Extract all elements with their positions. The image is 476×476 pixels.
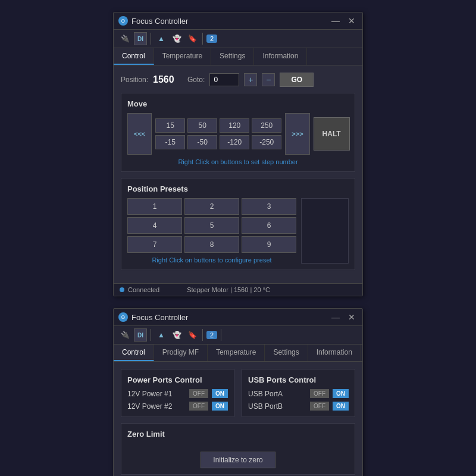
step-neg50[interactable]: -50 <box>187 135 217 149</box>
title-bar-left: ⊙ Focus Controller <box>118 16 188 26</box>
tab-prodigy-mf[interactable]: Prodigy MF <box>154 345 208 361</box>
zero-section: Zero Limit Initialize to zero <box>121 423 355 475</box>
tab-control-1[interactable]: Control <box>114 48 154 65</box>
move-grid: 15 50 120 250 -15 -50 -120 -250 <box>155 118 281 149</box>
presets-hint: Right Click on buttons to configure pres… <box>127 256 296 264</box>
ghost-icon[interactable]: 👻 <box>170 32 183 45</box>
status-info: Stepper Motor | 1560 | 20 °C <box>187 286 270 293</box>
tab-settings-2[interactable]: Settings <box>265 345 308 361</box>
power-2-off-toggle[interactable]: OFF <box>189 402 208 411</box>
usb-b-on-toggle[interactable]: ON <box>333 402 349 411</box>
plug-icon[interactable]: 🔌 <box>118 32 131 45</box>
presets-area: Position Presets 1 2 3 4 5 6 7 8 <box>121 178 355 270</box>
power-1-off-toggle[interactable]: OFF <box>189 389 208 398</box>
power-1-label: 12V Power #1 <box>127 390 186 398</box>
usb-section-title: USB Ports Control <box>248 375 349 384</box>
minus-button[interactable]: − <box>262 73 275 86</box>
step-15[interactable]: 15 <box>155 118 185 133</box>
preset-4[interactable]: 4 <box>127 217 182 234</box>
app-icon-2: ⊙ <box>118 312 128 322</box>
step-neg250[interactable]: -250 <box>252 135 281 149</box>
preset-side-panel <box>301 198 349 264</box>
grid-icon[interactable]: DI <box>134 32 147 45</box>
window-title-1: Focus Controller <box>131 17 188 26</box>
init-zero-button[interactable]: Initialize to zero <box>201 452 275 468</box>
preset-8[interactable]: 8 <box>184 236 239 253</box>
separator-5 <box>221 329 221 341</box>
close-button-1[interactable]: ✕ <box>346 17 358 25</box>
preset-row-2: 4 5 6 <box>127 217 296 234</box>
tag-icon-2[interactable]: 🔖 <box>186 328 199 342</box>
toolbar-2: 🔌 DI ▲ 👻 🔖 2 <box>114 326 362 345</box>
minimize-button-2[interactable]: — <box>329 313 342 321</box>
preset-6[interactable]: 6 <box>242 217 296 234</box>
grid-icon-2[interactable]: DI <box>134 328 147 342</box>
content-1: Position: 1560 Goto: + − GO Move <<< 15 … <box>114 65 362 283</box>
minimize-button-1[interactable]: — <box>329 17 342 25</box>
window-title-2: Focus Controller <box>131 313 188 322</box>
preset-7[interactable]: 7 <box>127 236 182 253</box>
usb-b-off-toggle[interactable]: OFF <box>310 402 329 411</box>
go-button[interactable]: GO <box>280 73 314 87</box>
usb-row-a: USB PortA OFF ON <box>248 389 349 398</box>
move-row-pos: 15 50 120 250 <box>155 118 281 133</box>
power-section-title: Power Ports Control <box>127 375 228 384</box>
left-nav-button[interactable]: <<< <box>127 113 152 155</box>
app-icon: ⊙ <box>118 16 128 26</box>
presets-section-label: Position Presets <box>127 184 349 193</box>
toolbar-badge-1: 2 <box>206 35 217 43</box>
power-section: Power Ports Control 12V Power #1 OFF ON … <box>121 369 234 417</box>
preset-5[interactable]: 5 <box>184 217 239 234</box>
status-connected: Connected <box>128 286 159 293</box>
step-neg120[interactable]: -120 <box>220 135 249 149</box>
title-controls-2: — ✕ <box>329 313 358 321</box>
focus-controller-window-2: ⊙ Focus Controller — ✕ 🔌 DI ▲ 👻 🔖 2 Cont… <box>113 308 363 476</box>
tab-temperature-2[interactable]: Temperature <box>208 345 265 361</box>
preset-2[interactable]: 2 <box>184 198 239 215</box>
ghost-icon-2[interactable]: 👻 <box>170 328 183 342</box>
status-bar-1: Connected Stepper Motor | 1560 | 20 °C <box>114 283 362 296</box>
preset-9[interactable]: 9 <box>242 236 296 253</box>
tabs-1: Control Temperature Settings Information <box>114 48 362 65</box>
power-row-1: 12V Power #1 OFF ON <box>127 389 228 398</box>
preset-1[interactable]: 1 <box>127 198 182 215</box>
tab-temperature-1[interactable]: Temperature <box>154 48 211 65</box>
toolbar-badge-2: 2 <box>206 331 217 339</box>
preset-3[interactable]: 3 <box>242 198 296 215</box>
content-2: Power Ports Control 12V Power #1 OFF ON … <box>114 362 362 476</box>
plug-icon-2[interactable]: 🔌 <box>118 328 131 342</box>
separator-2 <box>202 33 203 45</box>
right-nav-button[interactable]: >>> <box>285 113 309 155</box>
up-icon-2[interactable]: ▲ <box>155 328 168 342</box>
up-icon[interactable]: ▲ <box>155 32 168 45</box>
plus-button[interactable]: + <box>244 73 257 86</box>
tab-settings-1[interactable]: Settings <box>211 48 254 65</box>
goto-input[interactable] <box>209 73 239 86</box>
power-2-on-toggle[interactable]: ON <box>212 402 228 411</box>
step-250[interactable]: 250 <box>252 118 281 133</box>
zero-section-title: Zero Limit <box>127 430 349 439</box>
usb-a-on-toggle[interactable]: ON <box>333 389 349 398</box>
position-value: 1560 <box>153 74 183 85</box>
position-label: Position: <box>121 76 148 84</box>
tab-control-2[interactable]: Control <box>114 345 154 361</box>
move-area: Move <<< 15 50 120 250 -15 -50 -120 -250 <box>121 93 355 172</box>
power-usb-row: Power Ports Control 12V Power #1 OFF ON … <box>121 369 355 417</box>
step-50[interactable]: 50 <box>187 118 217 133</box>
halt-button[interactable]: HALT <box>314 117 350 151</box>
step-120[interactable]: 120 <box>220 118 249 133</box>
usb-a-off-toggle[interactable]: OFF <box>310 389 329 398</box>
separator-4 <box>202 329 203 341</box>
tab-information-2[interactable]: Information <box>308 345 361 361</box>
step-neg15[interactable]: -15 <box>155 135 185 149</box>
title-controls: — ✕ <box>329 17 358 25</box>
move-hint: Right Click on buttons to set step numbe… <box>127 158 349 165</box>
title-bar-2: ⊙ Focus Controller — ✕ <box>114 309 362 326</box>
focus-controller-window-1: ⊙ Focus Controller — ✕ 🔌 DI ▲ 👻 🔖 2 Cont… <box>113 12 363 296</box>
tab-information-1[interactable]: Information <box>254 48 307 65</box>
tag-icon[interactable]: 🔖 <box>186 32 199 45</box>
preset-row-1: 1 2 3 <box>127 198 296 215</box>
power-1-on-toggle[interactable]: ON <box>212 389 228 398</box>
presets-content: 1 2 3 4 5 6 7 8 9 Right Click on button <box>127 198 349 264</box>
close-button-2[interactable]: ✕ <box>346 313 358 321</box>
